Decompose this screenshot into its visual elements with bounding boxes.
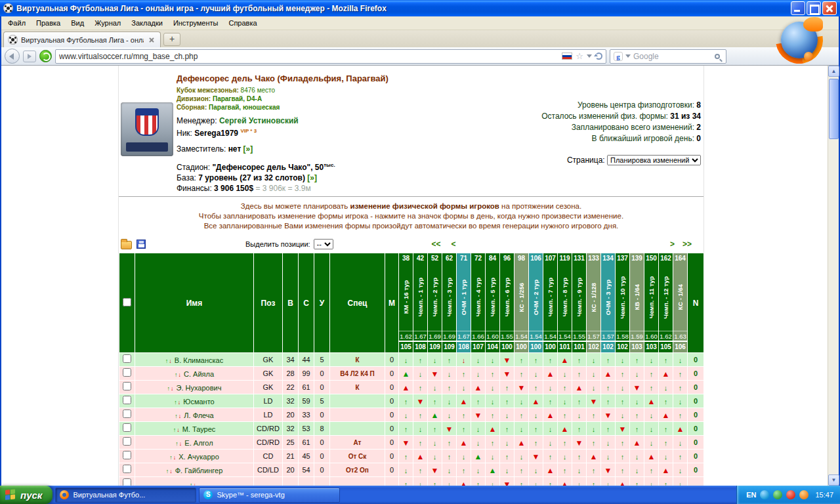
form-arrow-icon[interactable]: ↑ (404, 453, 408, 461)
form-arrow-icon[interactable]: ↓ (448, 412, 452, 419)
form-arrow-icon[interactable]: ↓ (448, 481, 452, 486)
form-arrow-icon[interactable]: ▼ (474, 411, 482, 419)
tray-icon[interactable] (786, 490, 795, 499)
window-titlebar[interactable]: Виртуальная Футбольная Лига - онлайн игр… (0, 0, 840, 16)
maximize-button[interactable] (807, 1, 821, 15)
form-arrow-icon[interactable]: ↓ (549, 426, 553, 433)
menu-view[interactable]: Вид (66, 17, 89, 29)
form-arrow-icon[interactable]: ↑ (664, 426, 668, 433)
form-arrow-icon[interactable]: ↑ (448, 357, 452, 364)
form-arrow-icon[interactable]: ↓ (419, 426, 423, 433)
move-down-icon[interactable]: ↓ (179, 440, 182, 447)
move-down-icon[interactable]: ↓ (177, 427, 180, 433)
form-arrow-icon[interactable]: ↑ (505, 453, 509, 461)
form-arrow-icon[interactable]: ↓ (679, 440, 682, 447)
form-arrow-icon[interactable]: ↓ (534, 467, 538, 474)
form-arrow-icon[interactable]: ↑ (476, 398, 480, 406)
form-arrow-icon[interactable]: ↑ (491, 440, 495, 447)
form-arrow-icon[interactable]: ↓ (505, 467, 509, 474)
form-arrow-icon[interactable]: ↑ (520, 481, 524, 486)
form-arrow-icon[interactable]: ▲ (648, 453, 656, 461)
player-checkbox[interactable] (123, 382, 131, 390)
tab-close-icon[interactable] (147, 35, 156, 45)
tray-icon[interactable] (760, 490, 769, 499)
form-arrow-icon[interactable]: ↓ (621, 412, 625, 419)
form-arrow-icon[interactable]: ↓ (491, 385, 495, 392)
form-arrow-icon[interactable]: ▼ (431, 370, 439, 378)
form-arrow-icon[interactable]: ▲ (662, 411, 670, 419)
back-button[interactable] (5, 49, 20, 64)
form-arrow-icon[interactable]: ▲ (489, 425, 497, 433)
move-up-icon[interactable]: ↑ (165, 358, 169, 364)
open-folder-icon[interactable] (121, 241, 132, 249)
form-arrow-icon[interactable]: ↑ (578, 398, 581, 406)
menu-history[interactable]: Журнал (89, 17, 126, 29)
tray-icon[interactable] (773, 490, 782, 499)
url-bar[interactable]: www.virtualsoccer.ru/mng_base_ch.php ☆ (55, 49, 606, 64)
form-arrow-icon[interactable]: ▲ (677, 425, 684, 433)
form-arrow-icon[interactable]: ▲ (489, 467, 497, 474)
pagination-first[interactable]: << (432, 240, 441, 249)
scrollbar-thumb[interactable] (829, 79, 839, 139)
form-arrow-icon[interactable]: ↑ (578, 371, 581, 378)
form-arrow-icon[interactable]: ↑ (404, 481, 408, 486)
form-arrow-icon[interactable]: ↓ (448, 371, 452, 378)
form-arrow-icon[interactable]: ↑ (505, 385, 509, 392)
form-arrow-icon[interactable]: ↑ (592, 481, 596, 486)
form-arrow-icon[interactable]: ↑ (563, 385, 567, 392)
form-arrow-icon[interactable]: ▲ (576, 384, 583, 392)
form-arrow-icon[interactable]: ↓ (476, 440, 480, 447)
form-arrow-icon[interactable]: ↑ (679, 453, 682, 461)
menu-edit[interactable]: Правка (31, 17, 66, 29)
form-arrow-icon[interactable]: ↓ (534, 481, 538, 486)
form-arrow-icon[interactable]: ▼ (431, 467, 439, 474)
form-arrow-icon[interactable]: ▲ (590, 453, 598, 461)
form-arrow-icon[interactable]: ↓ (650, 440, 654, 447)
form-arrow-icon[interactable]: ↑ (592, 412, 596, 419)
form-arrow-icon[interactable]: ↓ (520, 426, 524, 433)
form-arrow-icon[interactable]: ↑ (635, 412, 639, 419)
form-arrow-icon[interactable]: ↓ (462, 357, 466, 364)
form-arrow-icon[interactable]: ↑ (592, 440, 596, 447)
form-arrow-icon[interactable]: ▲ (561, 356, 569, 364)
form-arrow-icon[interactable]: ↑ (505, 398, 509, 406)
form-arrow-icon[interactable]: ↑ (664, 440, 668, 447)
form-arrow-icon[interactable]: ↓ (664, 453, 668, 461)
form-arrow-icon[interactable]: ↓ (635, 371, 639, 378)
move-up-icon[interactable]: ↑ (174, 399, 177, 406)
form-arrow-icon[interactable]: ↑ (491, 412, 495, 419)
form-arrow-icon[interactable]: ↓ (606, 440, 610, 447)
form-arrow-icon[interactable]: ▼ (604, 467, 612, 474)
form-arrow-icon[interactable]: ↑ (621, 453, 625, 461)
form-arrow-icon[interactable]: ↓ (476, 467, 480, 474)
form-arrow-icon[interactable]: ↑ (534, 357, 538, 364)
addon-icon[interactable] (804, 52, 813, 61)
form-arrow-icon[interactable]: ↓ (448, 467, 452, 474)
form-arrow-icon[interactable]: ↑ (592, 467, 596, 474)
form-arrow-icon[interactable]: ↓ (505, 440, 509, 447)
form-arrow-icon[interactable]: ↑ (621, 398, 625, 406)
form-arrow-icon[interactable]: ▲ (604, 370, 612, 378)
form-arrow-icon[interactable]: ↑ (664, 481, 668, 486)
manager-name-link[interactable]: Сергей Устиновский (219, 116, 299, 125)
form-arrow-icon[interactable]: ▲ (561, 480, 569, 486)
form-arrow-icon[interactable]: ↓ (578, 467, 581, 474)
form-arrow-icon[interactable]: ↑ (563, 467, 567, 474)
move-down-icon[interactable]: ↓ (169, 468, 173, 474)
form-arrow-icon[interactable]: ↑ (462, 412, 466, 419)
form-arrow-icon[interactable]: ↓ (592, 426, 596, 433)
start-button[interactable]: пуск (0, 486, 52, 504)
form-arrow-icon[interactable]: ↓ (650, 357, 654, 364)
move-up-icon[interactable]: ↑ (167, 385, 171, 392)
form-arrow-icon[interactable]: ↓ (433, 357, 437, 364)
form-arrow-icon[interactable]: ↑ (664, 357, 668, 364)
form-arrow-icon[interactable]: ↓ (419, 371, 423, 378)
move-up-icon[interactable]: ↑ (175, 440, 178, 447)
refresh-icon[interactable] (39, 50, 52, 62)
form-arrow-icon[interactable]: ↑ (635, 481, 639, 486)
base-link[interactable]: [»] (307, 173, 317, 182)
form-arrow-icon[interactable]: ↑ (419, 412, 423, 419)
form-arrow-icon[interactable]: ↑ (448, 385, 452, 392)
form-arrow-icon[interactable]: ↓ (592, 385, 596, 392)
form-arrow-icon[interactable]: ↑ (433, 398, 437, 406)
